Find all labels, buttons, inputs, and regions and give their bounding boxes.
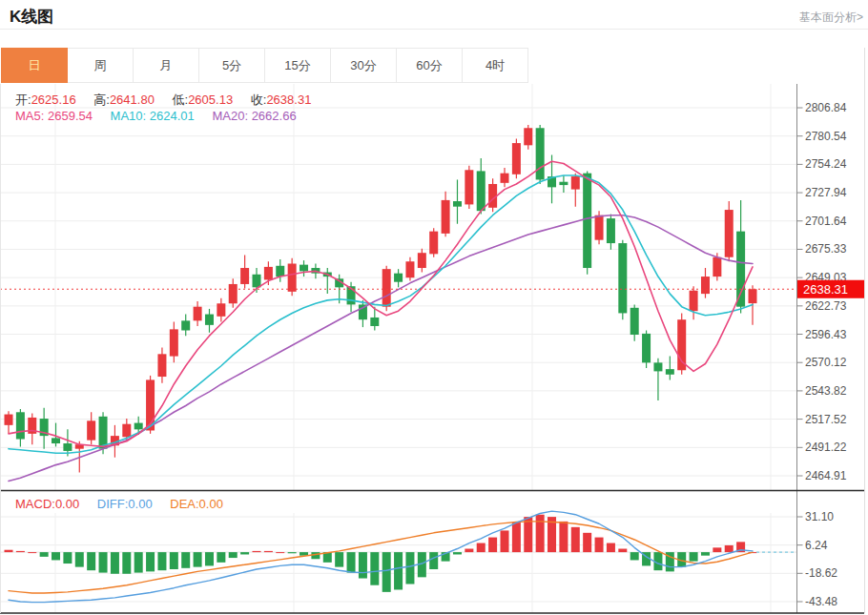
page-title: K线图	[10, 6, 53, 28]
interval-tabbar: 日周月5分15分30分60分4时	[2, 48, 528, 83]
svg-text:2543.82: 2543.82	[805, 384, 847, 398]
svg-text:-43.48: -43.48	[805, 595, 837, 608]
svg-text:2727.94: 2727.94	[805, 186, 847, 199]
svg-text:2701.64: 2701.64	[805, 215, 847, 228]
svg-text:2806.84: 2806.84	[805, 101, 847, 114]
tab-4时[interactable]: 4时	[462, 48, 528, 83]
tab-60分[interactable]: 60分	[396, 48, 463, 83]
macd-value: 0.00	[55, 497, 79, 511]
ma10-value: 2624.01	[150, 109, 195, 123]
high-value: 2641.80	[110, 92, 155, 107]
ma20-value: 2662.66	[252, 109, 297, 123]
ma-legend: MA5: 2659.54 MA10: 2624.01 MA20: 2662.66	[15, 109, 311, 123]
svg-text:6.24: 6.24	[805, 539, 828, 552]
dea-label: DEA:	[170, 497, 198, 511]
macd-label: MACD:	[15, 497, 55, 511]
svg-text:2754.24: 2754.24	[805, 157, 847, 171]
dea-value: 0.00	[199, 497, 223, 511]
fundamental-analysis-link[interactable]: 基本面分析>	[799, 10, 863, 26]
ma5-label: MA5:	[15, 109, 44, 123]
svg-text:2517.52: 2517.52	[805, 413, 847, 426]
ma5-value: 2659.54	[48, 109, 93, 123]
close-label: 收:	[251, 92, 267, 107]
high-label: 高:	[93, 92, 110, 107]
open-label: 开:	[15, 92, 31, 107]
low-label: 低:	[173, 92, 189, 107]
tab-15分[interactable]: 15分	[264, 48, 331, 83]
current-price-tag: 2638.31	[803, 282, 848, 297]
svg-text:2780.54: 2780.54	[805, 130, 847, 143]
tab-日[interactable]: 日	[1, 48, 68, 83]
svg-text:2570.12: 2570.12	[805, 356, 847, 369]
svg-text:-18.62: -18.62	[805, 566, 837, 580]
open-value: 2625.16	[31, 92, 76, 107]
macd-legend: MACD:0.00 DIFF:0.00 DEA:0.00	[15, 497, 238, 511]
tab-30分[interactable]: 30分	[330, 48, 397, 83]
svg-text:2491.22: 2491.22	[805, 441, 847, 454]
diff-value: 0.00	[128, 497, 152, 511]
low-value: 2605.13	[188, 92, 233, 107]
svg-text:2596.43: 2596.43	[805, 328, 847, 341]
svg-text:2464.91: 2464.91	[805, 469, 847, 482]
ma20-label: MA20:	[212, 109, 248, 123]
kline-widget: 2806.842780.542754.242727.942701.642675.…	[0, 0, 868, 615]
tab-5分[interactable]: 5分	[198, 48, 265, 83]
svg-text:2675.33: 2675.33	[805, 242, 847, 256]
tab-周[interactable]: 周	[67, 48, 134, 83]
widget-header: K线图 基本面分析>	[0, 0, 868, 30]
ma10-label: MA10:	[111, 109, 147, 123]
svg-text:2622.73: 2622.73	[805, 299, 847, 313]
close-value: 2638.31	[266, 92, 311, 107]
tab-月[interactable]: 月	[133, 48, 199, 83]
ohlc-legend: 开:2625.16 高:2641.80 低:2605.13 收:2638.31	[15, 92, 325, 109]
svg-text:31.10: 31.10	[805, 510, 834, 523]
diff-label: DIFF:	[97, 497, 129, 511]
